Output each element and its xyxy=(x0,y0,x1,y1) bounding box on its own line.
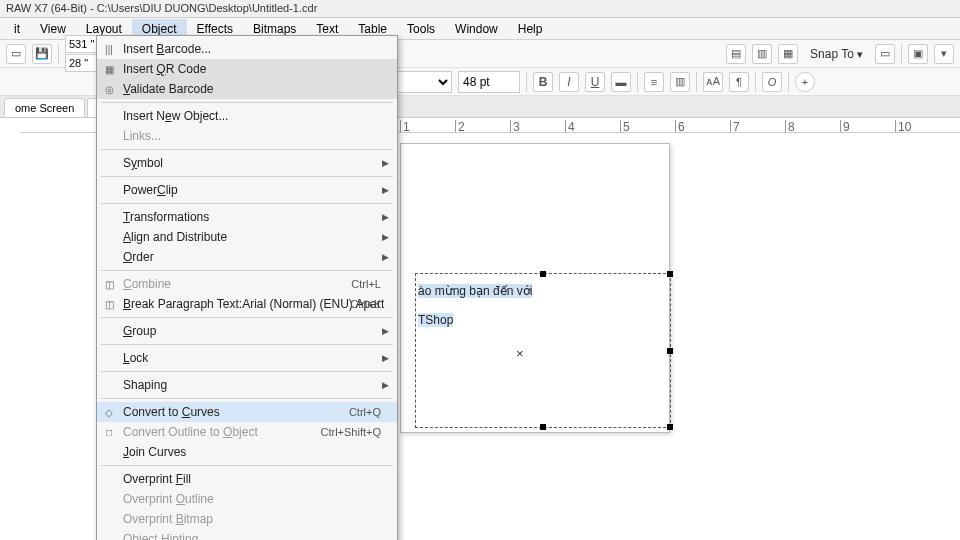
align-center-icon[interactable]: ▥ xyxy=(752,44,772,64)
menu-item-join-curves[interactable]: Join Curves xyxy=(97,442,397,462)
submenu-arrow-icon: ▶ xyxy=(382,158,389,168)
ruler-tick: 4 xyxy=(565,120,575,132)
bullets-icon[interactable]: ≡ xyxy=(644,72,664,92)
menu-label: Convert Outline to Object xyxy=(123,425,258,439)
bold-icon[interactable]: B xyxy=(533,72,553,92)
menu-label: Convert to Curves xyxy=(123,405,220,419)
menu-item-combine: ◫CombineCtrl+L xyxy=(97,274,397,294)
color-icon[interactable]: ▬ xyxy=(611,72,631,92)
textwrap-icon[interactable]: ¶ xyxy=(729,72,749,92)
handle-top[interactable] xyxy=(540,271,546,277)
ruler-tick: 7 xyxy=(730,120,740,132)
menu-it[interactable]: it xyxy=(4,19,30,39)
menu-icon: ◇ xyxy=(102,405,116,419)
tool-icon[interactable]: ▣ xyxy=(908,44,928,64)
menu-icon: ◫ xyxy=(102,297,116,311)
shortcut-label: Ctrl+Shift+Q xyxy=(320,426,381,438)
char-format-button[interactable]: O xyxy=(762,72,782,92)
menu-icon: ||| xyxy=(102,42,116,56)
submenu-arrow-icon: ▶ xyxy=(382,380,389,390)
textfx-icon[interactable]: ᴀA xyxy=(703,72,723,92)
menu-label: Validate Barcode xyxy=(123,82,214,96)
shortcut-label: Ctrl+Q xyxy=(349,406,381,418)
menu-label: Break Paragraph Text:Arial (Normal) (ENU… xyxy=(123,297,384,311)
object-menu-dropdown: |||Insert Barcode...▦Insert QR Code◎Vali… xyxy=(96,35,398,540)
menu-label: Overprint Outline xyxy=(123,492,214,506)
menu-icon: □ xyxy=(102,425,116,439)
menu-item-convert-to-curves[interactable]: ◇Convert to CurvesCtrl+Q xyxy=(97,402,397,422)
handle-r[interactable] xyxy=(667,348,673,354)
menu-label: Group xyxy=(123,324,156,338)
shortcut-label: Ctrl+K xyxy=(350,298,381,310)
tab-ome-screen[interactable]: ome Screen xyxy=(4,98,85,117)
underline-icon[interactable]: U xyxy=(585,72,605,92)
menu-tools[interactable]: Tools xyxy=(397,19,445,39)
menu-icon: ▦ xyxy=(102,62,116,76)
save-icon[interactable]: 💾 xyxy=(32,44,52,64)
center-marker: × xyxy=(516,346,524,361)
menu-item-align-and-distribute[interactable]: Align and Distribute▶ xyxy=(97,227,397,247)
menu-label: Transformations xyxy=(123,210,209,224)
menu-label: Shaping xyxy=(123,378,167,392)
menu-item-symbol[interactable]: Symbol▶ xyxy=(97,153,397,173)
menu-label: Combine xyxy=(123,277,171,291)
menu-item-overprint-fill[interactable]: Overprint Fill xyxy=(97,469,397,489)
menu-item-break-paragraph-text-arial-nor[interactable]: ◫Break Paragraph Text:Arial (Normal) (EN… xyxy=(97,294,397,314)
menu-label: Overprint Fill xyxy=(123,472,191,486)
submenu-arrow-icon: ▶ xyxy=(382,353,389,363)
menu-item-lock[interactable]: Lock▶ xyxy=(97,348,397,368)
menu-label: Symbol xyxy=(123,156,163,170)
font-size-select[interactable] xyxy=(458,71,520,93)
new-icon[interactable]: ▭ xyxy=(6,44,26,64)
align-left-icon[interactable]: ▤ xyxy=(726,44,746,64)
menu-item-overprint-outline: Overprint Outline xyxy=(97,489,397,509)
menu-icon: ◎ xyxy=(102,82,116,96)
submenu-arrow-icon: ▶ xyxy=(382,326,389,336)
menu-window[interactable]: Window xyxy=(445,19,508,39)
tool2-icon[interactable]: ▾ xyxy=(934,44,954,64)
menu-label: Lock xyxy=(123,351,148,365)
handle-bottom[interactable] xyxy=(540,424,546,430)
handle-tr[interactable] xyxy=(667,271,673,277)
menu-label: Insert New Object... xyxy=(123,109,228,123)
menu-item-shaping[interactable]: Shaping▶ xyxy=(97,375,397,395)
snap-to-dropdown[interactable]: Snap To ▾ xyxy=(804,44,869,64)
menu-label: Links... xyxy=(123,129,161,143)
submenu-arrow-icon: ▶ xyxy=(382,185,389,195)
menu-label: Overprint Bitmap xyxy=(123,512,213,526)
shortcut-label: Ctrl+L xyxy=(351,278,381,290)
menu-label: Align and Distribute xyxy=(123,230,227,244)
menu-item-convert-outline-to-object: □Convert Outline to ObjectCtrl+Shift+Q xyxy=(97,422,397,442)
submenu-arrow-icon: ▶ xyxy=(382,252,389,262)
menu-item-order[interactable]: Order▶ xyxy=(97,247,397,267)
menu-label: Join Curves xyxy=(123,445,186,459)
menu-item-powerclip[interactable]: PowerClip▶ xyxy=(97,180,397,200)
title-bar: RAW X7 (64-Bit) - C:\Users\DIU DUONG\Des… xyxy=(0,0,960,18)
menu-item-object-hinting: Object Hinting xyxy=(97,529,397,540)
menu-icon: ◫ xyxy=(102,277,116,291)
menu-item-validate-barcode[interactable]: ◎Validate Barcode xyxy=(97,79,397,99)
ruler-tick: 8 xyxy=(785,120,795,132)
selection-bounds: × xyxy=(415,273,671,428)
options-icon[interactable]: ▭ xyxy=(875,44,895,64)
menu-label: PowerClip xyxy=(123,183,178,197)
menu-item-insert-new-object-[interactable]: Insert New Object... xyxy=(97,106,397,126)
columns-icon[interactable]: ▥ xyxy=(670,72,690,92)
menu-help[interactable]: Help xyxy=(508,19,553,39)
menu-label: Insert Barcode... xyxy=(123,42,211,56)
menu-label: Order xyxy=(123,250,154,264)
menu-item-transformations[interactable]: Transformations▶ xyxy=(97,207,397,227)
ruler-tick: 10 xyxy=(895,120,911,132)
add-icon[interactable]: + xyxy=(795,72,815,92)
menu-label: Insert QR Code xyxy=(123,62,206,76)
ruler-tick: 2 xyxy=(455,120,465,132)
menu-item-insert-barcode-[interactable]: |||Insert Barcode... xyxy=(97,39,397,59)
menu-item-group[interactable]: Group▶ xyxy=(97,321,397,341)
menu-item-overprint-bitmap: Overprint Bitmap xyxy=(97,509,397,529)
ruler-tick: 5 xyxy=(620,120,630,132)
menu-item-insert-qr-code[interactable]: ▦Insert QR Code xyxy=(97,59,397,79)
submenu-arrow-icon: ▶ xyxy=(382,232,389,242)
italic-icon[interactable]: I xyxy=(559,72,579,92)
handle-br[interactable] xyxy=(667,424,673,430)
align-right-icon[interactable]: ▦ xyxy=(778,44,798,64)
